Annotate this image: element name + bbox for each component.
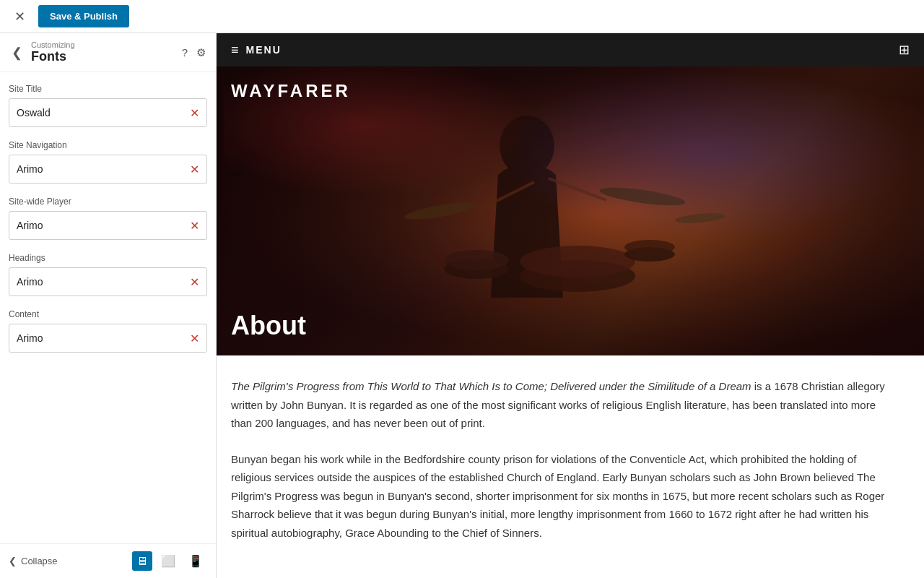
panel-back-button[interactable]: ❮ [9, 42, 25, 64]
font-label-site-title: Site Title [9, 84, 207, 94]
hero-background [217, 66, 924, 355]
font-name-content: Arimo [17, 332, 43, 344]
tablet-icon: ⬜ [161, 555, 175, 567]
clear-font-site-navigation[interactable]: ✕ [190, 163, 199, 176]
close-button[interactable]: ✕ [9, 6, 31, 27]
nav-layout-icon[interactable]: ⊞ [899, 42, 910, 58]
font-section-content: Content Arimo ✕ [9, 309, 207, 353]
font-label-site-navigation: Site Navigation [9, 140, 207, 150]
font-name-site-title: Oswald [17, 107, 51, 118]
font-selector-site-title[interactable]: Oswald ✕ [9, 98, 207, 127]
top-bar-left: ✕ Save & Publish [9, 5, 129, 27]
font-selector-content[interactable]: Arimo ✕ [9, 324, 207, 353]
hero-area: WAYFARER About [217, 66, 924, 355]
left-panel: ❮ Customizing Fonts ? ⚙ Site Title Oswal… [0, 33, 217, 578]
panel-content: Site Title Oswald ✕ Site Navigation Arim… [0, 72, 216, 543]
preview-nav: ≡ MENU ⊞ [217, 33, 924, 66]
font-selector-site-wide-player[interactable]: Arimo ✕ [9, 211, 207, 240]
menu-icon[interactable]: ≡ [231, 43, 239, 58]
desktop-view-button[interactable]: 🖥 [132, 551, 152, 571]
nav-menu-label: MENU [246, 44, 282, 56]
clear-font-site-wide-player[interactable]: ✕ [190, 219, 199, 233]
collapse-icon: ❮ [9, 556, 17, 566]
panel-header-icons: ? ⚙ [180, 45, 207, 61]
content-para1-italic: The Pilgrim's Progress from This World t… [231, 380, 751, 392]
font-name-site-wide-player: Arimo [17, 220, 43, 231]
font-section-site-navigation: Site Navigation Arimo ✕ [9, 140, 207, 184]
panel-title: Fonts [31, 49, 175, 64]
panel-header: ❮ Customizing Fonts ? ⚙ [0, 33, 216, 72]
font-name-headings: Arimo [17, 276, 43, 288]
panel-header-text: Customizing Fonts [31, 40, 175, 64]
collapse-button[interactable]: ❮ Collapse [9, 556, 58, 566]
clear-font-headings[interactable]: ✕ [190, 275, 199, 289]
font-section-site-wide-player: Site-wide Player Arimo ✕ [9, 197, 207, 240]
font-label-site-wide-player: Site-wide Player [9, 197, 207, 207]
main-layout: ❮ Customizing Fonts ? ⚙ Site Title Oswal… [0, 33, 924, 578]
site-title-overlay: WAYFARER [231, 81, 351, 101]
svg-rect-14 [224, 66, 917, 355]
clear-font-content[interactable]: ✕ [190, 332, 199, 345]
font-selector-site-navigation[interactable]: Arimo ✕ [9, 155, 207, 184]
collapse-label: Collapse [21, 556, 58, 566]
content-area: The Pilgrim's Progress from This World t… [217, 355, 910, 578]
font-section-site-title: Site Title Oswald ✕ [9, 84, 207, 127]
hero-illustration [217, 66, 924, 355]
font-name-site-navigation: Arimo [17, 163, 43, 175]
panel-footer: ❮ Collapse 🖥 ⬜ 📱 [0, 543, 216, 578]
font-selector-headings[interactable]: Arimo ✕ [9, 267, 207, 296]
customizing-label: Customizing [31, 40, 175, 49]
settings-button[interactable]: ⚙ [195, 45, 207, 61]
content-paragraph-1: The Pilgrim's Progress from This World t… [231, 377, 895, 433]
hero-page-title: About [231, 311, 306, 341]
right-preview: ≡ MENU ⊞ [217, 33, 924, 578]
tablet-view-button[interactable]: ⬜ [157, 551, 180, 571]
view-buttons: 🖥 ⬜ 📱 [132, 551, 207, 571]
save-publish-button[interactable]: Save & Publish [38, 5, 129, 27]
mobile-view-button[interactable]: 📱 [184, 551, 207, 571]
content-paragraph-2: Bunyan began his work while in the Bedfo… [231, 450, 895, 543]
clear-font-site-title[interactable]: ✕ [190, 106, 199, 120]
top-bar: ✕ Save & Publish [0, 0, 924, 33]
help-button[interactable]: ? [180, 45, 189, 60]
font-section-headings: Headings Arimo ✕ [9, 253, 207, 296]
mobile-icon: 📱 [188, 555, 203, 567]
desktop-icon: 🖥 [136, 555, 148, 567]
font-label-headings: Headings [9, 253, 207, 263]
font-label-content: Content [9, 309, 207, 319]
